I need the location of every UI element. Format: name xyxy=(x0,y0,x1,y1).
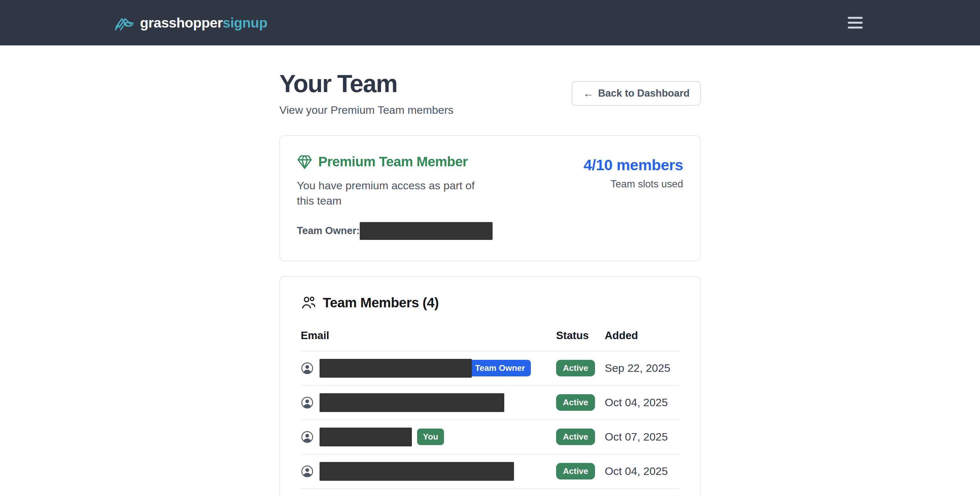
status-badge: Active xyxy=(556,463,595,480)
avatar-icon xyxy=(301,396,314,409)
main-content: Your Team View your Premium Team members… xyxy=(279,45,701,496)
redacted-email xyxy=(320,393,504,412)
premium-card-title: Premium Team Member xyxy=(318,154,468,169)
brand-name-accent: signup xyxy=(223,15,267,30)
avatar-icon xyxy=(301,431,314,443)
table-row: Active Oct 04, 2025 xyxy=(301,455,679,489)
redacted-email xyxy=(320,462,514,481)
table-row: You Active Oct 07, 2025 xyxy=(301,420,679,455)
team-members-card: Team Members (4) Email Status Added xyxy=(279,276,701,496)
status-badge: Active xyxy=(556,360,595,376)
left-arrow-icon: ← xyxy=(583,87,593,99)
col-header-email: Email xyxy=(301,329,556,342)
status-badge: Active xyxy=(556,429,595,445)
page-title: Your Team xyxy=(279,71,453,97)
top-navbar: grasshoppersignup xyxy=(0,0,980,45)
status-badge: Active xyxy=(556,394,595,411)
menu-button[interactable] xyxy=(845,14,866,32)
team-owner-badge: Team Owner xyxy=(461,360,531,376)
team-members-title: Team Members (4) xyxy=(323,295,439,311)
hamburger-icon xyxy=(848,17,863,19)
users-icon xyxy=(301,295,316,311)
avatar-icon xyxy=(301,465,314,478)
col-header-status: Status xyxy=(556,329,605,342)
slots-used-caption: Team slots used xyxy=(583,178,683,190)
premium-card-description: You have premium access as part of this … xyxy=(297,178,485,209)
table-row: Active Oct 04, 2025 xyxy=(301,386,679,420)
brand-name-primary: grasshopper xyxy=(140,15,223,30)
table-header-row: Email Status Added xyxy=(301,329,679,351)
redacted-owner-email xyxy=(360,222,493,240)
members-table: Email Status Added Team xyxy=(301,329,679,489)
redacted-email xyxy=(320,427,412,447)
page-subtitle: View your Premium Team members xyxy=(279,104,453,116)
added-date: Oct 04, 2025 xyxy=(605,396,679,409)
added-date: Oct 04, 2025 xyxy=(605,465,679,477)
page-header: Your Team View your Premium Team members… xyxy=(279,71,701,116)
col-header-added: Added xyxy=(605,329,679,342)
gem-icon xyxy=(297,154,312,169)
premium-membership-card: Premium Team Member You have premium acc… xyxy=(279,135,701,261)
table-row: Team Owner Active Sep 22, 2025 xyxy=(301,351,679,386)
you-badge: You xyxy=(417,429,444,445)
redacted-email xyxy=(320,359,472,378)
grasshopper-icon xyxy=(114,14,134,31)
back-button-label: Back to Dashboard xyxy=(598,88,690,99)
added-date: Sep 22, 2025 xyxy=(605,362,679,375)
members-count: 4/10 members xyxy=(583,156,683,174)
added-date: Oct 07, 2025 xyxy=(605,431,679,443)
avatar-icon xyxy=(301,362,314,375)
back-to-dashboard-button[interactable]: ← Back to Dashboard xyxy=(572,81,701,106)
brand-logo[interactable]: grasshoppersignup xyxy=(114,14,267,31)
team-owner-label: Team Owner: xyxy=(297,225,360,237)
